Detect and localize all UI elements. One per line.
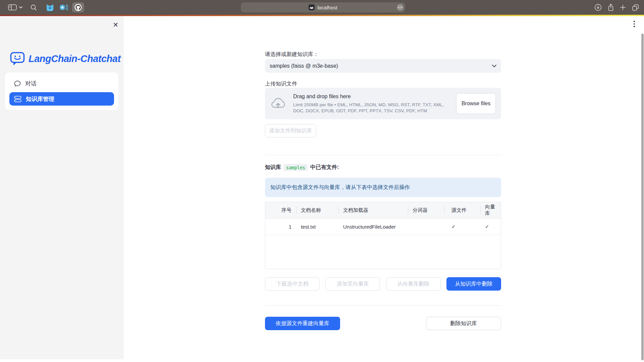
github-icon[interactable] <box>72 2 84 12</box>
kb-select-label: 请选择或新建知识库： <box>265 51 319 58</box>
table-actions: 下载选中文档 添加至向量库 从向量库删除 从知识库中删除 <box>265 277 501 291</box>
share-icon[interactable] <box>607 3 614 11</box>
chat-icon <box>14 80 21 87</box>
search-icon[interactable] <box>31 4 37 11</box>
cell-index: 1 <box>265 219 296 235</box>
col-header-splitter: 分词器 <box>408 202 444 218</box>
close-icon[interactable]: ✕ <box>113 21 118 28</box>
table-row[interactable]: 1 test.txt UnstructuredFileLoader ✓ ✓ <box>265 219 501 235</box>
page-options-icon[interactable] <box>397 4 404 11</box>
site-favicon <box>309 4 315 10</box>
divider <box>265 155 501 155</box>
cat-extension-icon[interactable] <box>46 3 54 12</box>
delete-kb-button[interactable]: 删除知识库 <box>426 317 501 330</box>
kb-heading-suffix: 中已有文件: <box>310 164 339 171</box>
divider <box>265 305 501 306</box>
browser-toolbar: localhost <box>0 0 644 15</box>
sidebar-toggle-icon[interactable] <box>8 4 17 11</box>
app-page: ✕ LangChain-Chatchat 对话 <box>0 16 644 362</box>
kb-global-actions: 依据源文件重建向量库 删除知识库 <box>265 317 501 330</box>
cell-vector-check: ✓ <box>480 219 501 235</box>
database-icon <box>14 96 21 102</box>
cell-loader: UnstructuredFileLoader <box>338 219 408 235</box>
kb-select[interactable]: samples (faiss @ m3e-base) <box>265 59 501 73</box>
add-files-button[interactable]: 添加文件到知识库 <box>265 124 316 137</box>
cell-name: test.txt <box>296 219 338 235</box>
info-text: 知识库中包含源文件与向量库，请从下表中选择文件后操作 <box>270 184 410 191</box>
kb-select-value: samples (faiss @ m3e-base) <box>270 63 338 69</box>
nav-item-label: 对话 <box>25 80 37 87</box>
col-header-source: 源文件 <box>444 202 480 218</box>
chat-bubble-logo-icon <box>10 52 25 66</box>
delete-from-kb-button[interactable]: 从知识库中删除 <box>446 277 501 291</box>
info-banner: 知识库中包含源文件与向量库，请从下表中选择文件后操作 <box>265 178 501 197</box>
cloud-upload-icon <box>270 98 286 110</box>
rings-extension-icon[interactable] <box>59 3 68 12</box>
rebuild-vectorstore-button[interactable]: 依据源文件重建向量库 <box>265 317 340 330</box>
col-header-vector: 向量库 <box>480 202 501 218</box>
nav-menu: 对话 知识库管理 <box>5 72 118 110</box>
tab-overview-icon[interactable] <box>632 4 639 11</box>
new-tab-icon[interactable] <box>620 4 626 10</box>
delete-from-vectorstore-button[interactable]: 从向量库删除 <box>386 277 441 291</box>
nav-item-chat[interactable]: 对话 <box>9 77 114 90</box>
address-bar[interactable]: localhost <box>241 2 405 12</box>
kb-files-heading: 知识库 samples 中已有文件: <box>265 164 339 171</box>
scrollbar-thumb[interactable] <box>641 34 644 360</box>
sidebar: ✕ LangChain-Chatchat 对话 <box>0 16 124 359</box>
upload-label: 上传知识文件 <box>265 80 297 87</box>
files-table: 序号 文档名称 文档加载器 分词器 源文件 向量库 1 test.txt Uns… <box>265 202 501 269</box>
kb-name-code: samples <box>284 164 308 171</box>
nav-item-knowledge-base[interactable]: 知识库管理 <box>9 92 114 106</box>
chevron-down-icon[interactable] <box>19 6 22 8</box>
app-menu-icon[interactable] <box>634 21 635 27</box>
app-logo: LangChain-Chatchat <box>10 52 121 66</box>
col-header-loader: 文档加载器 <box>338 202 408 218</box>
table-header: 序号 文档名称 文档加载器 分词器 源文件 向量库 <box>265 202 501 219</box>
col-header-name: 文档名称 <box>296 202 338 218</box>
kb-heading-prefix: 知识库 <box>265 164 281 171</box>
logo-text: LangChain-Chatchat <box>29 53 121 64</box>
download-selected-button[interactable]: 下载选中文档 <box>265 277 320 291</box>
col-header-index: 序号 <box>265 202 296 218</box>
cell-source-check: ✓ <box>444 219 480 235</box>
downloads-icon[interactable] <box>594 4 602 11</box>
dropzone-limit: Limit 200MB per file • EML, HTML, JSON, … <box>293 102 449 114</box>
nav-item-label: 知识库管理 <box>26 95 54 103</box>
dropzone-title: Drag and drop files here <box>293 94 449 100</box>
cell-splitter <box>408 219 444 235</box>
address-text: localhost <box>317 5 337 10</box>
add-to-vectorstore-button[interactable]: 添加至向量库 <box>325 277 380 291</box>
file-dropzone[interactable]: Drag and drop files here Limit 200MB per… <box>265 88 501 119</box>
browse-files-button[interactable]: Browse files <box>456 93 496 114</box>
chevron-down-icon <box>492 65 496 67</box>
